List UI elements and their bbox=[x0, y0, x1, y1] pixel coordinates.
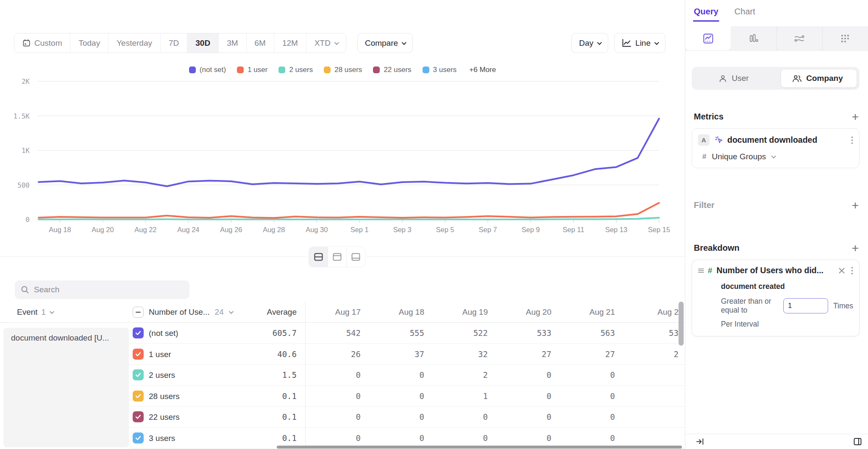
series-value bbox=[623, 386, 685, 407]
date-range-selector: Custom Today Yesterday 7D 30D 3M 6M 12M … bbox=[14, 33, 346, 53]
query-panel: Query Chart bbox=[685, 0, 868, 449]
breakdown-heading: Breakdown bbox=[694, 243, 740, 253]
svg-text:Sep 3: Sep 3 bbox=[393, 226, 412, 233]
aggregation-row[interactable]: # Unique Groups bbox=[702, 152, 853, 161]
main-content: Custom Today Yesterday 7D 30D 3M 6M 12M … bbox=[0, 0, 685, 449]
date-range-custom[interactable]: Custom bbox=[14, 33, 70, 53]
layout-split-button[interactable] bbox=[309, 247, 328, 267]
series-value: 0 bbox=[559, 407, 623, 428]
svg-text:2K: 2K bbox=[22, 78, 30, 86]
search-icon bbox=[21, 285, 29, 294]
layout-top-button[interactable] bbox=[328, 247, 346, 267]
vertical-scrollbar[interactable] bbox=[679, 302, 684, 346]
header-top-icon bbox=[332, 252, 342, 262]
table-row: (not set)605.754255552253356353 bbox=[129, 323, 685, 344]
date-range-30d[interactable]: 30D bbox=[187, 33, 218, 53]
search-input[interactable] bbox=[34, 285, 184, 294]
series-average: 1.5 bbox=[129, 365, 297, 386]
add-breakdown-button[interactable]: + bbox=[852, 244, 859, 252]
panel-toggle-icon[interactable] bbox=[853, 437, 862, 446]
add-filter-button[interactable]: + bbox=[852, 201, 859, 210]
series-average: 0.1 bbox=[129, 407, 297, 428]
compare-button[interactable]: Compare bbox=[357, 33, 413, 53]
collapse-right-icon[interactable] bbox=[696, 437, 704, 446]
condition-value-input[interactable] bbox=[783, 298, 828, 313]
date-range-12m[interactable]: 12M bbox=[274, 33, 306, 53]
series-value: 27 bbox=[496, 344, 559, 365]
series-value: 0 bbox=[496, 386, 559, 407]
svg-text:Aug 30: Aug 30 bbox=[306, 226, 328, 233]
line-chart[interactable]: 05001K1.5K2KAug 18Aug 20Aug 22Aug 24Aug … bbox=[0, 64, 685, 241]
date-column-header[interactable]: Aug 17 bbox=[305, 302, 369, 323]
panel-tabs: Query Chart bbox=[685, 0, 868, 26]
date-column-header[interactable]: Aug 21 bbox=[559, 302, 623, 323]
analytics-dashboard: Custom Today Yesterday 7D 30D 3M 6M 12M … bbox=[0, 0, 868, 449]
chevron-down-icon bbox=[50, 309, 54, 314]
footer-bottom-icon bbox=[351, 252, 361, 262]
kebab-menu-icon[interactable] bbox=[851, 266, 853, 275]
average-column-header[interactable]: Average bbox=[129, 302, 297, 323]
series-value: 0 bbox=[496, 407, 559, 428]
series-value: 522 bbox=[432, 323, 496, 344]
tab-chart[interactable]: Chart bbox=[734, 7, 755, 22]
series-average: 0.1 bbox=[129, 386, 297, 407]
event-list-item[interactable]: document downloaded [U... bbox=[3, 328, 129, 447]
toggle-user[interactable]: User bbox=[692, 67, 776, 90]
filter-section-header: Filter + bbox=[694, 200, 859, 210]
event-count: 1 bbox=[42, 308, 46, 317]
group-toggle: User Company bbox=[692, 67, 860, 90]
date-range-6m[interactable]: 6M bbox=[246, 33, 274, 53]
svg-text:Aug 22: Aug 22 bbox=[134, 226, 156, 233]
kebab-menu-icon[interactable] bbox=[851, 136, 853, 144]
chart-type-scatter-tab[interactable] bbox=[822, 26, 868, 50]
filter-heading: Filter bbox=[694, 200, 715, 210]
series-value: 0 bbox=[305, 386, 369, 407]
series-value: 27 bbox=[559, 344, 623, 365]
metrics-section-header: Metrics + bbox=[694, 112, 859, 122]
tab-query[interactable]: Query bbox=[694, 7, 718, 22]
chart-type-flow-tab[interactable] bbox=[776, 26, 822, 50]
horizontal-scrollbar[interactable] bbox=[277, 446, 682, 449]
svg-text:Sep 5: Sep 5 bbox=[436, 226, 454, 233]
table-row: 28 users0.100100 bbox=[129, 386, 685, 407]
series-value: 0 bbox=[369, 365, 432, 386]
drag-handle-icon[interactable] bbox=[698, 268, 704, 273]
series-value: 2 bbox=[623, 344, 685, 365]
series-value: 26 bbox=[305, 344, 369, 365]
table-row: 1 user40.626373227272 bbox=[129, 344, 685, 365]
breakdown-property-name[interactable]: Number of Users who did... bbox=[717, 266, 838, 275]
series-average: 0.1 bbox=[129, 428, 297, 449]
metrics-heading: Metrics bbox=[694, 112, 723, 122]
date-column-header[interactable]: Aug 20 bbox=[496, 302, 559, 323]
date-column-header[interactable]: Aug 19 bbox=[432, 302, 496, 323]
table-header: Event 1 Number of Use... 24 Average Aug … bbox=[0, 302, 685, 323]
chart-type-line-tab[interactable] bbox=[685, 26, 731, 50]
chevron-down-icon bbox=[771, 154, 776, 158]
add-metric-button[interactable]: + bbox=[852, 113, 859, 121]
condition-label[interactable]: Greater than or equal to bbox=[721, 297, 778, 315]
date-column-header[interactable]: Aug 2 bbox=[623, 302, 685, 323]
date-range-today[interactable]: Today bbox=[70, 33, 108, 53]
number-property-icon: # bbox=[708, 266, 712, 275]
date-range-7d[interactable]: 7D bbox=[160, 33, 187, 53]
chevron-down-icon bbox=[402, 40, 406, 44]
chart-type-dropdown[interactable]: Line bbox=[614, 33, 665, 53]
interval-dropdown[interactable]: Day bbox=[571, 33, 608, 53]
event-column-header[interactable]: Event 1 bbox=[17, 302, 53, 323]
layout-bottom-button[interactable] bbox=[346, 247, 365, 267]
date-range-yesterday[interactable]: Yesterday bbox=[108, 33, 160, 53]
date-column-header[interactable]: Aug 18 bbox=[369, 302, 432, 323]
date-range-xtd[interactable]: XTD bbox=[306, 33, 346, 53]
svg-text:1.5K: 1.5K bbox=[13, 112, 30, 120]
click-event-icon bbox=[715, 136, 723, 144]
breakdown-event-name[interactable]: document created bbox=[721, 282, 853, 291]
series-value: 0 bbox=[305, 365, 369, 386]
per-interval-label[interactable]: Per Interval bbox=[721, 320, 853, 329]
chart-type-bar-tab[interactable] bbox=[731, 26, 776, 50]
chart-type-tabs bbox=[685, 26, 868, 51]
close-icon[interactable] bbox=[838, 267, 845, 274]
toggle-company[interactable]: Company bbox=[776, 67, 860, 90]
series-value: 0 bbox=[305, 407, 369, 428]
metric-card[interactable]: A document downloaded # Unique Groups bbox=[692, 128, 860, 168]
date-range-3m[interactable]: 3M bbox=[218, 33, 246, 53]
